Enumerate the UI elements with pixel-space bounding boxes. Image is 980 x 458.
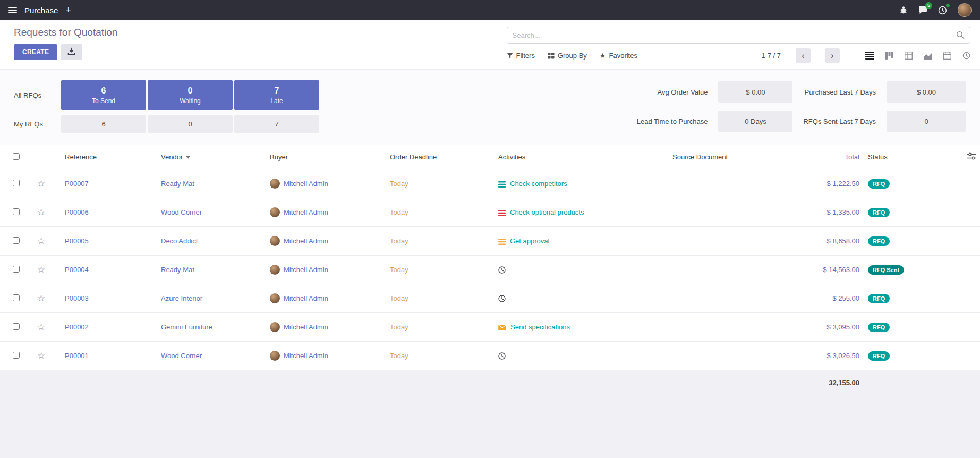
column-header-vendor[interactable]: Vendor [157, 145, 266, 169]
vendor-header-label: Vendor [161, 153, 183, 161]
optional-columns-icon[interactable] [967, 152, 976, 160]
control-panel-left: Requests for Quotation CREATE [14, 27, 117, 63]
pager-previous-button[interactable]: ‹ [796, 48, 811, 63]
column-header-buyer[interactable]: Buyer [266, 145, 386, 169]
source-header-label: Source Document [672, 153, 728, 161]
buyer-link[interactable]: Mitchell Admin [284, 352, 328, 360]
row-checkbox[interactable] [13, 352, 20, 359]
activity-icon[interactable] [498, 266, 506, 274]
favorite-star-icon[interactable]: ☆ [37, 236, 45, 246]
my-waiting[interactable]: 0 [148, 115, 233, 133]
select-all-checkbox[interactable] [13, 153, 20, 160]
buyer-link[interactable]: Mitchell Admin [284, 266, 328, 274]
debug-bug-icon[interactable] [899, 6, 908, 14]
table-row[interactable]: ☆ P00005 Deco Addict Mitchell Admin Toda… [0, 227, 980, 256]
column-header-total[interactable]: Total [770, 145, 864, 169]
buyer-avatar [270, 351, 280, 361]
activity-icon[interactable] [498, 325, 506, 330]
filter-funnel-icon [507, 53, 513, 59]
activity-icon[interactable] [498, 295, 506, 302]
column-header-activities[interactable]: Activities [494, 145, 668, 169]
row-checkbox[interactable] [13, 208, 20, 215]
reference-link[interactable]: P00004 [65, 266, 89, 274]
favorites-button[interactable]: ★ Favorites [600, 52, 637, 60]
row-checkbox[interactable] [13, 323, 20, 330]
favorite-star-icon[interactable]: ☆ [37, 293, 45, 303]
sort-caret-icon [186, 156, 190, 159]
row-checkbox[interactable] [13, 180, 20, 186]
action-buttons: CREATE [14, 44, 117, 60]
table-row[interactable]: ☆ P00006 Wood Corner Mitchell Admin Toda… [0, 198, 980, 227]
activity-label[interactable]: Send specifications [510, 323, 570, 331]
search-icon[interactable] [956, 31, 965, 39]
table-row[interactable]: ☆ P00007 Ready Mat Mitchell Admin Today … [0, 169, 980, 198]
reference-link[interactable]: P00001 [65, 352, 89, 360]
vendor-link[interactable]: Wood Corner [161, 208, 202, 216]
table-row[interactable]: ☆ P00002 Gemini Furniture Mitchell Admin… [0, 313, 980, 342]
activity-label[interactable]: Check competitors [510, 180, 567, 188]
activity-icon[interactable] [498, 239, 506, 245]
user-avatar[interactable] [958, 3, 972, 17]
reference-link[interactable]: P00005 [65, 237, 89, 245]
view-calendar-button[interactable] [943, 52, 951, 60]
favorite-star-icon[interactable]: ☆ [37, 179, 45, 189]
filters-button[interactable]: Filters [507, 52, 535, 60]
favorite-star-icon[interactable]: ☆ [37, 265, 45, 275]
column-header-status[interactable]: Status [864, 145, 938, 169]
activities-clock-icon[interactable] [938, 6, 947, 15]
table-row[interactable]: ☆ P00003 Azure Interior Mitchell Admin T… [0, 284, 980, 313]
buyer-link[interactable]: Mitchell Admin [284, 208, 328, 216]
card-late-label: Late [270, 97, 283, 105]
app-name[interactable]: Purchase [24, 6, 58, 15]
view-pivot-button[interactable] [905, 52, 913, 60]
vendor-link[interactable]: Ready Mat [161, 266, 194, 274]
column-header-order-deadline[interactable]: Order Deadline [386, 145, 494, 169]
view-kanban-button[interactable] [885, 52, 893, 60]
favorite-star-icon[interactable]: ☆ [37, 322, 45, 332]
row-checkbox[interactable] [13, 266, 20, 273]
activity-icon[interactable] [498, 352, 506, 360]
activity-label[interactable]: Get approval [510, 237, 549, 245]
export-button[interactable] [61, 44, 82, 60]
table-row[interactable]: ☆ P00001 Wood Corner Mitchell Admin Toda… [0, 342, 980, 370]
reference-link[interactable]: P00003 [65, 294, 89, 302]
buyer-link[interactable]: Mitchell Admin [284, 180, 328, 188]
table-row[interactable]: ☆ P00004 Ready Mat Mitchell Admin Today … [0, 256, 980, 284]
view-list-button[interactable] [865, 52, 874, 60]
pager-next-button[interactable]: › [825, 48, 840, 63]
card-late[interactable]: 7 Late [234, 80, 319, 110]
my-to-send[interactable]: 6 [61, 115, 146, 133]
buyer-link[interactable]: Mitchell Admin [284, 237, 328, 245]
activity-icon[interactable] [498, 181, 506, 188]
favorite-star-icon[interactable]: ☆ [37, 351, 45, 361]
reference-link[interactable]: P00002 [65, 323, 89, 331]
buyer-link[interactable]: Mitchell Admin [284, 323, 328, 331]
reference-link[interactable]: P00006 [65, 208, 89, 216]
card-waiting[interactable]: 0 Waiting [148, 80, 233, 110]
favorite-star-icon[interactable]: ☆ [37, 207, 45, 217]
vendor-link[interactable]: Azure Interior [161, 294, 202, 302]
row-checkbox[interactable] [13, 237, 20, 244]
activity-icon[interactable] [498, 210, 506, 216]
view-activity-button[interactable] [962, 52, 970, 60]
column-header-source-document[interactable]: Source Document [668, 145, 770, 169]
activity-label[interactable]: Check optional products [510, 208, 584, 216]
buyer-link[interactable]: Mitchell Admin [284, 294, 328, 302]
messages-icon[interactable]: 5 [918, 6, 927, 14]
reference-header-label: Reference [65, 153, 97, 161]
vendor-link[interactable]: Deco Addict [161, 237, 198, 245]
card-to-send[interactable]: 6 To Send [61, 80, 146, 110]
reference-link[interactable]: P00007 [65, 180, 89, 188]
group-by-button[interactable]: Group By [548, 52, 587, 60]
view-graph-button[interactable] [924, 52, 932, 60]
my-late[interactable]: 7 [234, 115, 319, 133]
vendor-link[interactable]: Gemini Furniture [161, 323, 212, 331]
row-checkbox[interactable] [13, 294, 20, 301]
column-header-reference[interactable]: Reference [61, 145, 157, 169]
search-input[interactable] [513, 31, 956, 39]
vendor-link[interactable]: Wood Corner [161, 352, 202, 360]
create-button[interactable]: CREATE [14, 44, 57, 60]
plus-icon[interactable]: + [65, 5, 71, 15]
vendor-link[interactable]: Ready Mat [161, 180, 194, 188]
apps-menu-icon[interactable] [8, 7, 17, 13]
